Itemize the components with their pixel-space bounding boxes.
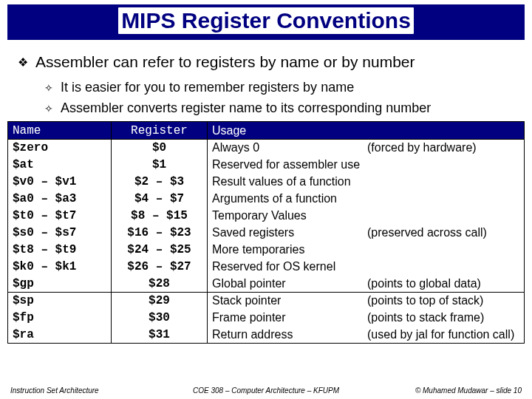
- usage-note: [367, 260, 519, 273]
- bullet-text: Assembler converts register name to its …: [61, 100, 431, 116]
- bullet-level2: ✧ It is easier for you to remember regis…: [44, 80, 517, 96]
- cell-usage: Arguments of a function: [208, 191, 525, 208]
- usage-note: (preserved across call): [367, 226, 519, 239]
- usage-text: Stack pointer: [212, 294, 367, 307]
- slide-title: MIPS Register Conventions: [118, 7, 414, 34]
- register-table: Name Register Usage $zero$0Always 0(forc…: [7, 121, 525, 344]
- diamond-bullet-icon: ❖: [18, 53, 35, 72]
- usage-text: Reserved for assembler use: [212, 158, 367, 171]
- table-row: $v0 – $v1$2 – $3Result values of a funct…: [8, 174, 525, 191]
- cell-name: $at: [8, 157, 112, 174]
- table-row: $fp$30Frame pointer(points to stack fram…: [8, 310, 525, 327]
- usage-note: [367, 175, 519, 188]
- usage-text: Global pointer: [212, 277, 367, 290]
- cell-usage: Frame pointer(points to stack frame): [208, 310, 525, 327]
- cell-register: $31: [112, 327, 208, 344]
- cell-register: $26 – $27: [112, 259, 208, 276]
- table-row: $ra$31Return address(used by jal for fun…: [8, 327, 525, 344]
- table-row: $t8 – $t9$24 – $25More temporaries: [8, 242, 525, 259]
- usage-note: (used by jal for function call): [367, 328, 519, 341]
- cell-register: $0: [112, 140, 208, 157]
- diamond-open-icon: ✧: [44, 100, 61, 117]
- usage-text: Frame pointer: [212, 311, 367, 324]
- usage-text: Always 0: [212, 141, 367, 154]
- usage-note: [367, 209, 519, 222]
- cell-usage: Global pointer(points to global data): [208, 276, 525, 293]
- cell-usage: Reserved for assembler use: [208, 157, 525, 174]
- usage-note: (forced by hardware): [367, 141, 519, 154]
- bullet-text: Assembler can refer to registers by name…: [35, 53, 415, 71]
- cell-name: $v0 – $v1: [8, 174, 112, 191]
- footer-left: Instruction Set Architecture: [10, 386, 161, 395]
- usage-text: Temporary Values: [212, 209, 367, 222]
- usage-note: (points to top of stack): [367, 294, 519, 307]
- usage-text: Saved registers: [212, 226, 367, 239]
- usage-text: Result values of a function: [212, 175, 367, 188]
- cell-usage: Return address(used by jal for function …: [208, 327, 525, 344]
- cell-usage: Always 0(forced by hardware): [208, 140, 525, 157]
- cell-name: $s0 – $s7: [8, 225, 112, 242]
- usage-note: [367, 192, 519, 205]
- usage-text: Arguments of a function: [212, 192, 367, 205]
- cell-name: $a0 – $a3: [8, 191, 112, 208]
- usage-note: (points to stack frame): [367, 311, 519, 324]
- cell-usage: More temporaries: [208, 242, 525, 259]
- slide-footer: Instruction Set Architecture COE 308 – C…: [0, 386, 532, 395]
- cell-usage: Saved registers(preserved across call): [208, 225, 525, 242]
- usage-text: Reserved for OS kernel: [212, 260, 367, 273]
- table-row: $gp$28Global pointer(points to global da…: [8, 276, 525, 293]
- cell-name: $gp: [8, 276, 112, 293]
- table-row: $t0 – $t7$8 – $15Temporary Values: [8, 208, 525, 225]
- cell-register: $24 – $25: [112, 242, 208, 259]
- usage-note: [367, 243, 519, 256]
- header-register: Register: [112, 122, 208, 140]
- footer-center: COE 308 – Computer Architecture – KFUPM: [161, 386, 372, 395]
- cell-register: $30: [112, 310, 208, 327]
- cell-name: $ra: [8, 327, 112, 344]
- usage-note: (points to global data): [367, 277, 519, 290]
- bullet-text: It is easier for you to remember registe…: [61, 80, 354, 95]
- usage-text: More temporaries: [212, 243, 367, 256]
- cell-register: $8 – $15: [112, 208, 208, 225]
- cell-name: $fp: [8, 310, 112, 327]
- cell-usage: Temporary Values: [208, 208, 525, 225]
- cell-register: $2 – $3: [112, 174, 208, 191]
- cell-usage: Reserved for OS kernel: [208, 259, 525, 276]
- bullet-level2: ✧ Assembler converts register name to it…: [44, 100, 517, 117]
- diamond-open-icon: ✧: [44, 80, 61, 96]
- header-usage: Usage: [208, 122, 525, 140]
- cell-register: $16 – $23: [112, 225, 208, 242]
- cell-usage: Result values of a function: [208, 174, 525, 191]
- cell-name: $zero: [8, 140, 112, 157]
- title-bar: MIPS Register Conventions: [7, 4, 525, 40]
- cell-register: $29: [112, 293, 208, 310]
- header-name: Name: [8, 122, 112, 140]
- cell-name: $t0 – $t7: [8, 208, 112, 225]
- slide-body: ❖ Assembler can refer to registers by na…: [0, 40, 532, 117]
- table-row: $at$1Reserved for assembler use: [8, 157, 525, 174]
- cell-name: $sp: [8, 293, 112, 310]
- usage-note: [367, 158, 519, 171]
- table-row: $sp$29Stack pointer(points to top of sta…: [8, 293, 525, 310]
- table-row: $s0 – $s7$16 – $23Saved registers(preser…: [8, 225, 525, 242]
- cell-register: $28: [112, 276, 208, 293]
- cell-usage: Stack pointer(points to top of stack): [208, 293, 525, 310]
- cell-register: $1: [112, 157, 208, 174]
- cell-name: $k0 – $k1: [8, 259, 112, 276]
- cell-name: $t8 – $t9: [8, 242, 112, 259]
- cell-register: $4 – $7: [112, 191, 208, 208]
- table-row: $k0 – $k1$26 – $27Reserved for OS kernel: [8, 259, 525, 276]
- table-row: $a0 – $a3$4 – $7Arguments of a function: [8, 191, 525, 208]
- footer-right: © Muhamed Mudawar – slide 10: [371, 386, 522, 395]
- usage-text: Return address: [212, 328, 367, 341]
- title-text-wrap: MIPS Register Conventions: [7, 7, 525, 34]
- bullet-level1: ❖ Assembler can refer to registers by na…: [18, 53, 517, 72]
- table-row: $zero$0Always 0(forced by hardware): [8, 140, 525, 157]
- table-header-row: Name Register Usage: [8, 122, 525, 140]
